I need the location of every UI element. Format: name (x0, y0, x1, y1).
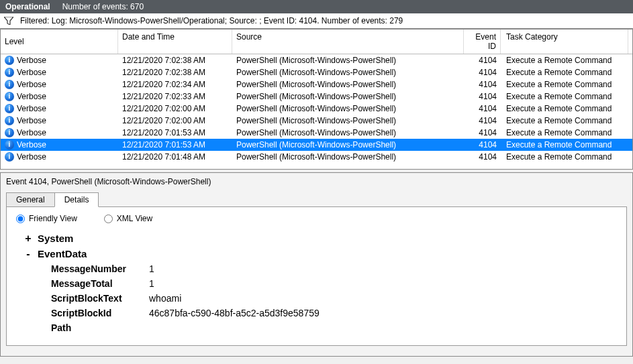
tree-node-system[interactable]: + System (24, 233, 617, 244)
tree-item: MessageTotal1 (24, 278, 617, 289)
info-icon: i (5, 140, 14, 149)
tree-item-key: MessageNumber (51, 263, 138, 274)
cell-level-text: Verbose (17, 116, 46, 125)
radio-xml-label: XML View (117, 214, 152, 223)
cell-task: Execute a Remote Command (501, 78, 628, 90)
radio-friendly-view[interactable]: Friendly View (16, 214, 77, 223)
table-row[interactable]: iVerbose12/21/2020 7:02:38 AMPowerShell … (1, 66, 632, 78)
detail-tabs: General Details (6, 192, 627, 206)
cell-level-text: Verbose (17, 104, 46, 113)
expand-icon[interactable]: + (24, 233, 32, 244)
cell-level-text: Verbose (17, 92, 46, 101)
cell-level: iVerbose (1, 103, 118, 115)
radio-xml-view[interactable]: XML View (104, 214, 152, 223)
column-level[interactable]: Level (1, 29, 118, 54)
table-row[interactable]: iVerbose12/21/2020 7:01:53 AMPowerShell … (1, 127, 632, 139)
cell-level: iVerbose (1, 139, 118, 151)
info-icon: i (5, 152, 14, 162)
cell-source: PowerShell (Microsoft-Windows-PowerShell… (232, 127, 464, 139)
tab-details[interactable]: Details (54, 192, 99, 207)
tree-item-value: 1 (149, 278, 154, 289)
cell-level-text: Verbose (17, 128, 46, 137)
view-radios: Friendly View XML View (16, 214, 617, 223)
table-row[interactable]: iVerbose12/21/2020 7:01:48 AMPowerShell … (1, 151, 632, 163)
detail-pane: Event 4104, PowerShell (Microsoft-Window… (0, 172, 633, 357)
titlebar-count: Number of events: 670 (62, 2, 144, 11)
radio-xml-input[interactable] (104, 215, 113, 223)
tree-item: MessageNumber1 (24, 263, 617, 274)
table-row[interactable]: iVerbose12/21/2020 7:02:34 AMPowerShell … (1, 78, 632, 90)
cell-date: 12/21/2020 7:02:38 AM (118, 66, 232, 78)
cell-source: PowerShell (Microsoft-Windows-PowerShell… (232, 151, 464, 163)
cell-task: Execute a Remote Command (501, 66, 628, 78)
cell-event-id: 4104 (464, 115, 501, 127)
cell-date: 12/21/2020 7:02:38 AM (118, 54, 232, 66)
info-icon: i (5, 68, 14, 77)
column-event-id[interactable]: Event ID (464, 29, 501, 54)
radio-friendly-label: Friendly View (29, 214, 77, 223)
info-icon: i (5, 80, 14, 89)
event-tree: + System - EventData MessageNumber1Messa… (16, 233, 617, 333)
cell-source: PowerShell (Microsoft-Windows-PowerShell… (232, 139, 464, 151)
filter-text: Filtered: Log: Microsoft-Windows-PowerSh… (20, 16, 403, 25)
tree-item: ScriptBlockId46c87bfa-c590-48bf-a5c2-a5d… (24, 308, 617, 318)
table-row[interactable]: iVerbose12/21/2020 7:02:33 AMPowerShell … (1, 90, 632, 103)
info-icon: i (5, 104, 14, 113)
cell-level-text: Verbose (17, 68, 46, 77)
cell-level-text: Verbose (17, 140, 46, 149)
radio-friendly-input[interactable] (16, 215, 25, 223)
cell-date: 12/21/2020 7:02:00 AM (118, 103, 232, 115)
column-source[interactable]: Source (232, 29, 464, 54)
cell-event-id: 4104 (464, 103, 501, 115)
tree-item: ScriptBlockTextwhoami (24, 293, 617, 304)
cell-source: PowerShell (Microsoft-Windows-PowerShell… (232, 115, 464, 127)
info-icon: i (5, 56, 14, 65)
titlebar-operational: Operational (5, 2, 50, 11)
cell-task: Execute a Remote Command (501, 139, 628, 151)
cell-task: Execute a Remote Command (501, 127, 628, 139)
cell-date: 12/21/2020 7:01:53 AM (118, 139, 232, 151)
table-row[interactable]: iVerbose12/21/2020 7:02:00 AMPowerShell … (1, 115, 632, 127)
cell-event-id: 4104 (464, 139, 501, 151)
cell-level-text: Verbose (17, 80, 46, 89)
column-date[interactable]: Date and Time (118, 29, 232, 54)
tree-item-key: MessageTotal (51, 278, 138, 289)
cell-date: 12/21/2020 7:02:34 AM (118, 78, 232, 90)
tree-item-value: 1 (149, 263, 154, 274)
titlebar: Operational Number of events: 670 (0, 0, 633, 13)
cell-level: iVerbose (1, 78, 118, 90)
collapse-icon[interactable]: - (24, 249, 32, 259)
cell-task: Execute a Remote Command (501, 54, 628, 66)
table-row[interactable]: iVerbose12/21/2020 7:02:38 AMPowerShell … (1, 54, 632, 66)
info-icon: i (5, 92, 14, 101)
cell-task: Execute a Remote Command (501, 115, 628, 127)
cell-level: iVerbose (1, 90, 118, 103)
tree-item-key: Path (51, 322, 138, 333)
column-task-category[interactable]: Task Category (501, 29, 628, 54)
cell-task: Execute a Remote Command (501, 151, 628, 163)
cell-event-id: 4104 (464, 78, 501, 90)
svg-marker-0 (4, 17, 13, 25)
cell-date: 12/21/2020 7:02:33 AM (118, 90, 232, 103)
cell-date: 12/21/2020 7:01:53 AM (118, 127, 232, 139)
tree-item-key: ScriptBlockText (51, 293, 138, 304)
tree-eventdata-label: EventData (38, 248, 87, 259)
detail-heading: Event 4104, PowerShell (Microsoft-Window… (1, 173, 632, 186)
cell-level: iVerbose (1, 151, 118, 163)
cell-level: iVerbose (1, 115, 118, 127)
info-icon: i (5, 128, 14, 137)
cell-event-id: 4104 (464, 66, 501, 78)
table-row[interactable]: iVerbose12/21/2020 7:01:53 AMPowerShell … (1, 139, 632, 151)
tab-general[interactable]: General (6, 192, 55, 207)
cell-source: PowerShell (Microsoft-Windows-PowerShell… (232, 78, 464, 90)
cell-source: PowerShell (Microsoft-Windows-PowerShell… (232, 90, 464, 103)
tree-node-eventdata[interactable]: - EventData (24, 248, 617, 259)
cell-source: PowerShell (Microsoft-Windows-PowerShell… (232, 66, 464, 78)
info-icon: i (5, 116, 14, 125)
cell-event-id: 4104 (464, 90, 501, 103)
table-row[interactable]: iVerbose12/21/2020 7:02:00 AMPowerShell … (1, 103, 632, 115)
cell-date: 12/21/2020 7:01:48 AM (118, 151, 232, 163)
filter-bar: Filtered: Log: Microsoft-Windows-PowerSh… (0, 13, 633, 29)
cell-event-id: 4104 (464, 54, 501, 66)
filter-icon[interactable] (4, 17, 13, 25)
